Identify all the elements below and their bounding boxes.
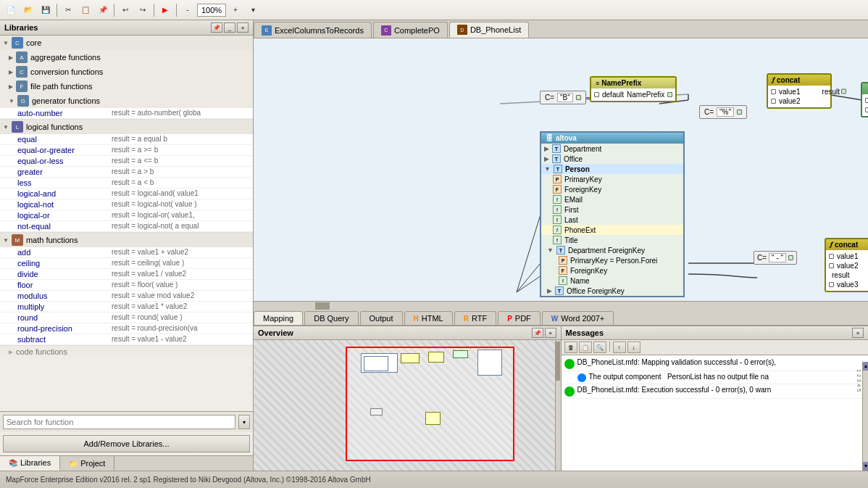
messages-close-btn[interactable]: × — [852, 328, 864, 338]
paste-button[interactable]: 📌 — [95, 2, 111, 18]
tab-output[interactable]: Output — [360, 311, 403, 325]
zoom-out-btn[interactable]: - — [180, 2, 196, 18]
round-row[interactable]: round result = round( value ) — [0, 313, 253, 323]
logical-and-row[interactable]: logical-and result = logical-and( value1 — [0, 189, 253, 199]
messages-scroll-down[interactable]: ▼ — [863, 462, 868, 471]
fk-item[interactable]: F ForeignKey — [541, 184, 683, 194]
divide-row[interactable]: divide result = value1 / value2 — [0, 269, 253, 280]
msg-row-3[interactable]: DB_PhoneList.mfd: Execution successful -… — [564, 384, 866, 399]
search-input[interactable] — [3, 415, 235, 429]
equal-or-less-row[interactable]: equal-or-less result = a <= b — [0, 156, 253, 167]
title-item[interactable]: f Title — [541, 235, 683, 245]
doc-tab-excel[interactable]: E ExcelColumnsToRecords — [254, 22, 372, 38]
equal-row[interactable]: equal result = a equal b — [0, 134, 253, 145]
core-header[interactable]: ▼ C core — [0, 36, 253, 50]
person-node[interactable]: 👤 Person table/field Name result — [861, 82, 868, 117]
auto-number-row[interactable]: auto-number result = auto-number( globa — [0, 108, 253, 119]
altova-tree-node[interactable]: 🗄 altova ▶ T Department ▶ T Office — [540, 131, 685, 297]
equal-or-greater-row[interactable]: equal-or-greater result = a >= b — [0, 145, 253, 156]
math-header[interactable]: ▼ M math functions — [0, 233, 253, 247]
libraries-tree[interactable]: ▼ C core ▶ A aggregate functions ▶ C con… — [0, 36, 253, 411]
canvas-hscrollbar[interactable] — [254, 301, 868, 310]
dept-name-item[interactable]: f Name — [541, 276, 683, 286]
redo-button[interactable]: ↪ — [135, 2, 151, 18]
tab-html[interactable]: H HTML — [404, 311, 453, 325]
msg-copy-btn[interactable]: 📋 — [579, 342, 592, 353]
const-b-node[interactable]: C= "B" — [540, 91, 586, 104]
overview-vscroll-thumb[interactable] — [556, 342, 560, 381]
overview-pin-btn[interactable]: 📌 — [532, 328, 543, 338]
overview-close-btn[interactable]: × — [545, 328, 556, 338]
multiply-row[interactable]: multiply result = value1 * value2 — [0, 302, 253, 313]
person-item[interactable]: ▼ T Person — [541, 164, 683, 174]
logical-not-row[interactable]: logical-not result = logical-not( value … — [0, 199, 253, 210]
tab-rtf[interactable]: R RTF — [454, 311, 496, 325]
messages-vscroll[interactable]: ▲ ▼ 1 2 3 4 5 — [862, 362, 868, 471]
doc-tab-complete[interactable]: C CompletePO — [373, 22, 448, 38]
more-section[interactable]: ▶ code functions — [0, 346, 253, 357]
logical-or-row[interactable]: logical-or result = logical-or( value1, — [0, 210, 253, 221]
dept-item[interactable]: ▶ T Department — [541, 144, 683, 154]
zoom-dropdown[interactable]: ▾ — [245, 2, 261, 18]
canvas-area[interactable]: ≡ NamePrefix default NamePrefix C= "B" — [254, 38, 868, 310]
cut-button[interactable]: ✂ — [60, 2, 76, 18]
phoneext-item[interactable]: f PhoneExt — [541, 225, 683, 235]
conversion-header[interactable]: ▶ C conversion functions — [0, 65, 253, 79]
zoom-input[interactable] — [197, 4, 226, 17]
tab-mapping[interactable]: Mapping — [254, 311, 303, 325]
add-row[interactable]: add result = value1 + value2 — [0, 247, 253, 258]
close-panel-button[interactable]: × — [237, 22, 249, 33]
floor-row[interactable]: floor result = floor( value ) — [0, 280, 253, 291]
first-item[interactable]: f First — [541, 204, 683, 215]
minimize-button[interactable]: _ — [224, 22, 235, 33]
msg-row-1[interactable]: DB_PhoneList.mfd: Mapping validation suc… — [564, 357, 866, 371]
pk-item[interactable]: P PrimaryKey — [541, 174, 683, 184]
nameprefix-node[interactable]: ≡ NamePrefix default NamePrefix — [590, 76, 677, 102]
concat-top-node[interactable]: 𝒇 concat value1 value2 result — [767, 73, 832, 109]
ceiling-row[interactable]: ceiling result = ceiling( value ) — [0, 258, 253, 269]
generator-header[interactable]: ▼ G generator functions — [0, 94, 253, 108]
round-precision-row[interactable]: round-precision result = round-precision… — [0, 323, 253, 334]
less-row[interactable]: less result = a < b — [0, 178, 253, 189]
dept-fk2-item[interactable]: F ForeignKey — [541, 265, 683, 276]
add-libraries-button[interactable]: Add/Remove Libraries... — [3, 435, 250, 452]
aggregate-header[interactable]: ▶ A aggregate functions — [0, 50, 253, 65]
modulus-row[interactable]: modulus result = value mod value2 — [0, 291, 253, 302]
msg-prev-btn[interactable]: ↑ — [613, 342, 626, 353]
concat-bottom-node[interactable]: 𝒇 concat value1 value2 — [825, 238, 868, 292]
tab-libraries[interactable]: 📚 Libraries — [0, 456, 60, 471]
undo-button[interactable]: ↩ — [117, 2, 133, 18]
const-dash-node[interactable]: C= " - " — [754, 251, 797, 265]
office-item[interactable]: ▶ T Office — [541, 154, 683, 164]
zoom-in-btn[interactable]: + — [228, 2, 243, 18]
msg-next-btn[interactable]: ↓ — [627, 342, 640, 353]
office-fk-item[interactable]: ▶ T Office ForeignKey — [541, 286, 683, 296]
tab-db-query[interactable]: DB Query — [304, 311, 358, 325]
new-button[interactable]: 📄 — [3, 2, 19, 18]
tab-pdf[interactable]: P PDF — [498, 311, 541, 325]
msg-clear-btn[interactable]: 🗑 — [564, 342, 577, 353]
copy-button[interactable]: 📋 — [78, 2, 93, 18]
not-equal-row[interactable]: not-equal result = logical-not( a equal — [0, 221, 253, 232]
overview-content[interactable] — [254, 340, 561, 471]
email-item[interactable]: f EMail — [541, 194, 683, 204]
dept-pk-item[interactable]: P PrimaryKey = Person.Forei — [541, 255, 683, 265]
messages-scroll-up[interactable]: ▲ — [863, 362, 868, 371]
overview-vscroll[interactable] — [555, 340, 561, 471]
last-item[interactable]: f Last — [541, 215, 683, 225]
subtract-row[interactable]: subtract result = value1 - value2 — [0, 334, 253, 345]
tab-word[interactable]: W Word 2007+ — [542, 311, 614, 325]
greater-row[interactable]: greater result = a > b — [0, 167, 253, 178]
open-button[interactable]: 📂 — [20, 2, 36, 18]
save-button[interactable]: 💾 — [38, 2, 54, 18]
pin-button[interactable]: 📌 — [211, 22, 222, 33]
tab-project[interactable]: 📁 Project — [60, 456, 114, 471]
msg-filter-btn[interactable]: 🔍 — [593, 342, 606, 353]
logical-header[interactable]: ▼ L logical functions — [0, 120, 253, 134]
msg-row-2[interactable]: The output component PersonList has no o… — [564, 371, 866, 384]
const-percent-node[interactable]: C= "%" — [699, 105, 747, 119]
search-dropdown-btn[interactable]: ▾ — [238, 415, 250, 429]
dept-fk-item[interactable]: ▼ T Department ForeignKey — [541, 245, 683, 255]
run-button[interactable]: ▶ — [157, 2, 173, 18]
filepath-header[interactable]: ▶ F file path functions — [0, 79, 253, 94]
